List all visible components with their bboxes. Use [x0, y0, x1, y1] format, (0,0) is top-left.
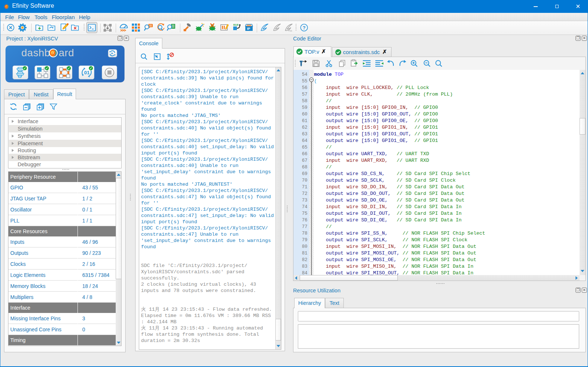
svg-text:01: 01 — [84, 70, 90, 75]
svg-text:IP: IP — [247, 27, 250, 31]
svg-text:?: ? — [303, 25, 306, 31]
svg-text:010: 010 — [233, 23, 239, 26]
